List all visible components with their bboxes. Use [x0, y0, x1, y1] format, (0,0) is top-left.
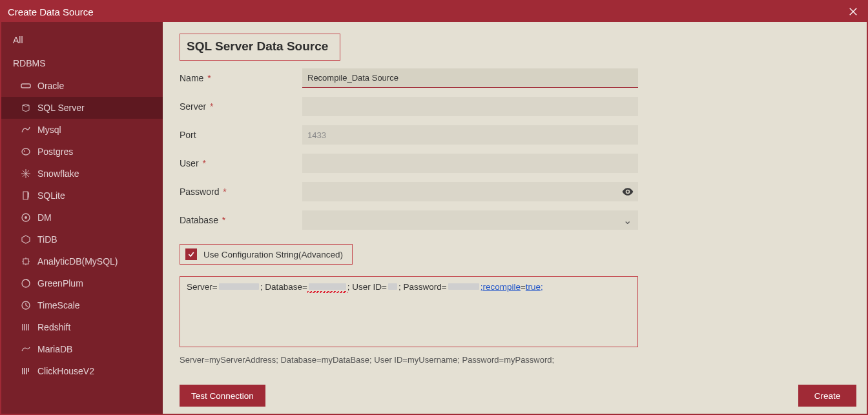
- server-input[interactable]: [302, 97, 638, 116]
- redacted: [388, 283, 397, 290]
- dialog-body: All RDBMS Oracle SQL Server Mysql Postgr…: [1, 22, 867, 414]
- sidebar-item-all[interactable]: All: [1, 28, 163, 52]
- name-input[interactable]: [302, 68, 638, 88]
- sidebar-item-label: AnalyticDB(MySQL): [37, 256, 118, 267]
- page-title: SQL Server Data Source: [187, 39, 328, 54]
- sidebar-item-sqlite[interactable]: SQLite: [1, 185, 163, 207]
- sidebar-item-oracle[interactable]: Oracle: [1, 75, 163, 97]
- sidebar-item-greenplum[interactable]: GreenPlum: [1, 272, 163, 294]
- port-input[interactable]: [302, 125, 638, 145]
- config-string-label: Use Configuration String(Advanced): [203, 250, 343, 259]
- test-connection-button[interactable]: Test Connection: [180, 385, 265, 407]
- server-label: Server *: [180, 101, 302, 112]
- sidebar-item-label: DM: [37, 212, 52, 223]
- greenplum-icon: [21, 278, 31, 288]
- sidebar-item-label: Oracle: [37, 81, 64, 91]
- conn-part: ; Database=: [260, 282, 307, 292]
- sidebar-item-tidb[interactable]: TiDB: [1, 228, 163, 250]
- sidebar-item-mariadb[interactable]: MariaDB: [1, 338, 163, 360]
- database-select[interactable]: ⌄: [302, 210, 638, 230]
- sidebar-item-label: Snowflake: [37, 168, 79, 179]
- eye-icon: [621, 185, 634, 198]
- row-database: Database * ⌄: [180, 210, 850, 230]
- timescale-icon: [21, 300, 31, 310]
- connection-string-input[interactable]: Server=; Database=; User ID=; Password=;…: [180, 276, 638, 347]
- close-icon: [849, 7, 858, 16]
- sidebar-section-rdbms: RDBMS: [1, 52, 163, 75]
- check-icon: [187, 250, 195, 258]
- name-label: Name *: [180, 73, 302, 83]
- sidebar-item-snowflake[interactable]: Snowflake: [1, 163, 163, 185]
- sidebar-item-postgres[interactable]: Postgres: [1, 141, 163, 163]
- sqlite-icon: [21, 190, 31, 201]
- conn-key: ;recompile: [480, 282, 521, 292]
- redacted: [219, 283, 259, 290]
- sidebar-item-label: SQLite: [37, 190, 65, 201]
- database-label: Database *: [180, 215, 302, 225]
- mysql-icon: [21, 125, 31, 135]
- oracle-icon: [21, 81, 31, 91]
- titlebar: Create Data Source: [1, 1, 867, 22]
- sidebar-item-label: Redshift: [37, 322, 70, 332]
- svg-point-2: [24, 150, 25, 152]
- conn-part: ; User ID=: [347, 282, 387, 292]
- sidebar: All RDBMS Oracle SQL Server Mysql Postgr…: [1, 22, 163, 414]
- dialog-window: Create Data Source All RDBMS Oracle SQL …: [0, 0, 868, 415]
- sidebar-item-label: GreenPlum: [37, 278, 83, 288]
- window-title: Create Data Source: [8, 6, 94, 17]
- password-input[interactable]: [302, 182, 638, 201]
- user-label: User *: [180, 158, 302, 168]
- sidebar-item-label: Postgres: [37, 147, 73, 157]
- row-password: Password *: [180, 182, 850, 201]
- user-input[interactable]: [302, 154, 638, 173]
- row-port: Port: [180, 125, 850, 145]
- sidebar-item-label: TiDB: [37, 234, 57, 245]
- sidebar-item-sqlserver[interactable]: SQL Server: [1, 97, 163, 119]
- svg-point-1: [22, 148, 30, 155]
- sidebar-item-redshift[interactable]: Redshift: [1, 316, 163, 338]
- footer: Test Connection Create: [163, 383, 867, 414]
- row-server: Server *: [180, 97, 850, 116]
- clickhouse-icon: [21, 366, 31, 376]
- page-title-highlight: SQL Server Data Source: [180, 34, 340, 61]
- password-label: Password *: [180, 187, 302, 197]
- sidebar-item-timescale[interactable]: TimeScale: [1, 294, 163, 316]
- sidebar-item-analyticdb[interactable]: AnalyticDB(MySQL): [1, 250, 163, 272]
- sqlserver-icon: [21, 103, 31, 113]
- svg-point-4: [25, 216, 27, 219]
- row-user: User *: [180, 154, 850, 173]
- tidb-icon: [21, 234, 31, 245]
- conn-key: true;: [526, 282, 543, 292]
- sidebar-item-label: TimeScale: [37, 300, 80, 310]
- content: SQL Server Data Source Name * Server * P…: [163, 22, 867, 414]
- connection-string-hint: Server=myServerAddress; Database=myDataB…: [180, 355, 850, 365]
- postgres-icon: [21, 147, 31, 157]
- dm-icon: [21, 212, 31, 223]
- sidebar-item-mysql[interactable]: Mysql: [1, 119, 163, 141]
- snowflake-icon: [21, 168, 31, 179]
- content-scroll[interactable]: SQL Server Data Source Name * Server * P…: [163, 22, 867, 383]
- svg-rect-0: [21, 84, 30, 88]
- port-label: Port: [180, 130, 302, 140]
- sidebar-item-label: Mysql: [37, 125, 61, 135]
- config-string-checkbox-highlight: Use Configuration String(Advanced): [180, 244, 353, 265]
- close-button[interactable]: [846, 5, 860, 19]
- sidebar-item-clickhouse[interactable]: ClickHouseV2: [1, 360, 163, 382]
- redacted: [448, 283, 479, 290]
- config-string-checkbox[interactable]: [185, 248, 197, 260]
- conn-part: ; Password=: [398, 282, 447, 292]
- row-name: Name *: [180, 68, 850, 88]
- sidebar-item-label: MariaDB: [37, 344, 72, 354]
- conn-eq: =: [521, 282, 526, 292]
- redacted: [307, 282, 347, 292]
- mariadb-icon: [21, 344, 31, 354]
- chevron-down-icon: ⌄: [623, 214, 632, 227]
- toggle-password-button[interactable]: [620, 184, 636, 199]
- create-button[interactable]: Create: [798, 385, 856, 407]
- sidebar-item-dm[interactable]: DM: [1, 207, 163, 228]
- analyticdb-icon: [21, 256, 31, 267]
- sidebar-item-label: ClickHouseV2: [37, 366, 94, 376]
- conn-part: Server=: [187, 282, 218, 292]
- sidebar-item-label: SQL Server: [37, 103, 85, 113]
- redshift-icon: [21, 322, 31, 332]
